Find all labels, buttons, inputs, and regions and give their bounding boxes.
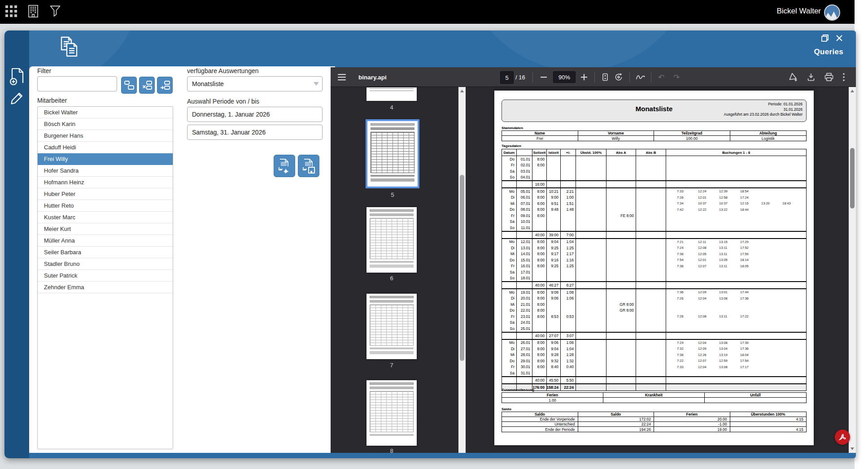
page-thumbnail[interactable] [366, 380, 417, 446]
print-icon[interactable] [823, 67, 835, 87]
undo-icon[interactable]: ↶ [656, 67, 666, 87]
restore-window-icon[interactable] [821, 34, 829, 42]
table-cell [576, 295, 606, 302]
zoom-out-icon[interactable] [540, 67, 548, 87]
table-cell: Di [502, 295, 517, 302]
table-cell: 8:00 [532, 352, 547, 358]
list-item[interactable]: Meier Kurt [38, 223, 173, 235]
table-cell: 8:00 [532, 308, 547, 314]
day-row: Do01.018:00 [502, 156, 806, 162]
week-sum-row: 40:0045:505:50 [502, 376, 806, 384]
table-cell: Unterschied [502, 422, 578, 427]
table-cell [576, 275, 606, 282]
table-cell [636, 352, 666, 358]
ink-draw-icon[interactable] [635, 67, 646, 87]
table-cell [517, 181, 532, 187]
viewer-scrollbar[interactable] [849, 87, 856, 453]
table-cell [606, 289, 636, 295]
deselect-all-button[interactable] [139, 77, 155, 94]
filter-input[interactable] [37, 76, 117, 91]
day-row: Mi21.018:00GR 8:00 [502, 301, 806, 308]
more-options-icon[interactable] [840, 67, 847, 87]
bookings-cell [666, 384, 806, 391]
window-title: Queries [814, 48, 843, 56]
list-item[interactable]: Frei Willy [38, 153, 173, 165]
redo-icon[interactable]: ↷ [672, 67, 681, 87]
report-select[interactable]: Monatsliste [187, 76, 323, 91]
table-cell: 8:00 [532, 263, 547, 269]
table-cell: 9:17 [547, 251, 561, 257]
adobe-acrobat-icon[interactable] [835, 430, 850, 445]
list-item[interactable]: Burgener Hans [38, 130, 173, 142]
select-all-button[interactable] [121, 77, 137, 94]
table-cell: 39:00 [547, 232, 561, 238]
list-item[interactable]: Suter Patrick [38, 270, 173, 282]
page-thumbnail[interactable] [366, 207, 417, 273]
report-meta: Periode: 01.01.2026 31.01.2026 Ausgeführ… [724, 102, 803, 117]
left-rail [4, 30, 29, 458]
scrollbar-thumb[interactable] [460, 175, 464, 361]
list-item[interactable]: Zehnder Emma [38, 282, 173, 293]
scroll-down-icon[interactable] [851, 447, 854, 450]
table-cell [576, 377, 606, 383]
table-cell: 24.01 [517, 320, 532, 326]
fit-page-icon[interactable] [600, 67, 611, 87]
thumbnail-scrollbar[interactable] [458, 87, 466, 453]
table-cell: 8:00 [532, 295, 547, 302]
table-header-cell: Name [502, 131, 578, 136]
list-item[interactable]: Hofer Sandra [38, 165, 173, 177]
export-csv-button[interactable]: , [298, 155, 319, 177]
list-item[interactable]: Bösch Karin [38, 118, 173, 130]
table-cell [576, 239, 606, 245]
table-cell [606, 320, 636, 326]
date-from-input[interactable] [187, 107, 323, 122]
list-item[interactable]: Hofmann Heinz [38, 177, 173, 188]
sidebar-toggle-icon[interactable] [338, 67, 346, 87]
zoom-in-icon[interactable] [580, 67, 588, 87]
edit-pencil-icon[interactable] [9, 90, 25, 105]
scrollbar-thumb[interactable] [850, 148, 855, 208]
scroll-up-icon[interactable] [460, 90, 464, 92]
bookings-cell: 7:2612:0813:1117:22 [666, 313, 806, 320]
organization-icon[interactable] [27, 4, 39, 18]
table-cell [532, 174, 547, 181]
page-thumbnail-selected[interactable] [367, 121, 418, 187]
user-name[interactable]: Bickel Walter [776, 7, 821, 16]
apps-grid-icon[interactable] [5, 5, 17, 17]
table-cell: Frei [502, 136, 578, 141]
invert-selection-button[interactable] [157, 77, 173, 94]
table-header-cell: Übstd. 100% [576, 149, 606, 156]
list-item[interactable]: Kuster Marc [38, 212, 173, 223]
download-icon[interactable] [805, 67, 817, 87]
export-pdf-button[interactable] [274, 155, 295, 177]
period-label: Auswahl Periode von / bis [187, 98, 259, 105]
table-cell [576, 200, 606, 207]
list-item[interactable]: Müller Anna [38, 235, 173, 247]
filter-icon[interactable] [49, 5, 61, 17]
bookings-cell: 7:2612:0112:5817:24 [666, 195, 806, 201]
list-item[interactable]: Caduff Heidi [38, 142, 173, 153]
page-thumbnail[interactable] [366, 87, 417, 101]
new-document-icon[interactable] [9, 69, 25, 84]
table-header-cell: Unfall [705, 393, 806, 398]
list-item[interactable]: Bickel Walter [38, 107, 173, 118]
list-item[interactable]: Huber Peter [38, 188, 173, 200]
table-cell: 19.01 [517, 289, 532, 295]
page-number-input[interactable] [500, 71, 514, 84]
add-signature-icon[interactable] [787, 67, 799, 87]
table-cell: 8:00 [532, 251, 547, 257]
scroll-up-icon[interactable] [851, 90, 854, 92]
zoom-level-value[interactable]: 90% [553, 71, 576, 83]
rotate-icon[interactable] [613, 67, 624, 87]
table-cell [606, 200, 636, 207]
list-item[interactable]: Hutter Reto [38, 200, 173, 212]
avatar[interactable] [824, 4, 840, 21]
table-cell [636, 333, 666, 339]
table-cell: So [502, 275, 517, 282]
list-item[interactable]: Stadler Bruno [38, 258, 173, 270]
table-cell: 1:04 [561, 346, 576, 352]
page-thumbnail[interactable] [366, 294, 417, 359]
close-window-icon[interactable] [835, 34, 843, 42]
list-item[interactable]: Seiler Barbara [38, 247, 173, 258]
date-to-input[interactable] [187, 125, 323, 140]
